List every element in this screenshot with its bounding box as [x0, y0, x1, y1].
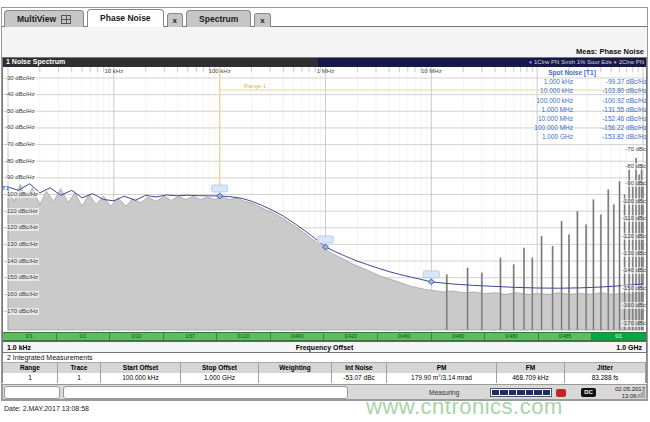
y-left-tick-label: -170 dBc/Hz	[4, 308, 39, 315]
spot-noise-table: Spot Noise [T1] 1.000 kHz-99.37 dBc/Hz10…	[497, 68, 647, 142]
im-header-cell: PM	[387, 363, 497, 373]
x-top-tick-label: 10 MHz	[409, 68, 453, 74]
tab-phase-noise-label: Phase Noise	[100, 11, 151, 26]
im-data-cell: 179.90 m°/3.14 mrad	[387, 373, 497, 383]
im-data-cell: 100.000 kHz	[101, 373, 181, 383]
xcorr-progress-segment: 0/1	[3, 333, 57, 340]
y-right-tick-label: -120 dBc	[621, 233, 647, 240]
xcorr-progress-segment: 0/460	[378, 333, 432, 340]
im-header-cell: Weighting	[259, 363, 332, 373]
spot-noise-frequency: 100.000 kHz	[497, 96, 573, 105]
y-right-tick-label: -100 dBc	[621, 198, 647, 205]
spot-noise-value: -103.80 dBc/Hz	[573, 86, 647, 95]
softkey-box-left[interactable]	[4, 386, 60, 399]
spot-noise-frequency: 1.000 GHz	[497, 132, 573, 141]
spot-noise-frequency: 10.000 MHz	[497, 114, 573, 123]
tab-phase-noise[interactable]: Phase Noise	[87, 9, 164, 27]
y-right-tick-label: -140 dBc	[621, 267, 647, 274]
integrated-measurements-title: 2 Integrated Measurements	[7, 354, 93, 361]
trace1-label: T1	[2, 185, 9, 191]
spot-noise-value: -153.82 dBc/Hz	[573, 132, 647, 141]
y-left-tick-label: -90 dBc/Hz	[4, 174, 36, 181]
multiview-grid-icon	[61, 15, 71, 24]
y-left-tick-label: -30 dBc/Hz	[4, 75, 36, 82]
xcorr-progress-segment: 0/1	[57, 333, 111, 340]
spot-noise-row: 1.000 MHz-131.55 dBc/Hz	[497, 105, 647, 114]
y-left-tick-label: -120 dBc/Hz	[4, 224, 39, 231]
y-right-tick-label: -90 dBc	[624, 180, 647, 187]
y-right-tick-label: -150 dBc	[621, 285, 647, 292]
im-header-cell: Int Noise	[332, 363, 387, 373]
spot-noise-frequency: 1.000 MHz	[497, 105, 573, 114]
spot-noise-row: 100.000 MHz-156.22 dBc/Hz	[497, 123, 647, 132]
close-spectrum-tab-icon[interactable]: x	[254, 13, 270, 27]
y-left-tick-label: -140 dBc/Hz	[4, 258, 39, 265]
tab-spectrum[interactable]: Spectrum	[186, 10, 251, 27]
tab-multiview-label: MultiView	[17, 12, 56, 27]
im-data-cell: -53.07 dBc	[332, 373, 387, 383]
y-right-tick-label: -130 dBc	[621, 250, 647, 257]
x-top-tick-label: 100 kHz	[198, 68, 242, 74]
trace-info-part: 1Clrw PN Smth 1%	[534, 59, 587, 65]
y-left-tick-label: -150 dBc/Hz	[4, 274, 39, 281]
integrated-measurements-window: 2 Integrated Measurements RangeTraceStar…	[2, 352, 647, 383]
tab-spectrum-label: Spectrum	[199, 12, 238, 27]
im-header-cell: Start Offset	[101, 363, 181, 373]
y-right-tick-label: -170 dBc	[621, 320, 647, 327]
spot-noise-value: -156.22 dBc/Hz	[573, 123, 647, 132]
spot-noise-row: 1.000 GHz-153.82 dBc/Hz	[497, 132, 647, 141]
y-right-tick-label: -70 dBc	[624, 146, 647, 153]
trace-info-part: Sour Eds	[587, 59, 613, 65]
im-header-cell: Jitter	[565, 363, 646, 373]
im-data-cell: 83.288 fs	[565, 373, 646, 383]
im-data-cell: 1.000 GHz	[181, 373, 259, 383]
x-axis-footer: 1.0 kHz Frequency Offset 1.0 GHz	[2, 341, 647, 352]
xcorr-progress-segment: 0/480	[432, 333, 486, 340]
y-right-tick-label: -110 dBc	[621, 215, 647, 222]
x-axis-label: Frequency Offset	[2, 344, 647, 351]
x-top-tick-label: 1 MHz	[303, 68, 347, 74]
im-header-cell: FM	[497, 363, 565, 373]
spot-noise-row: 10.000 MHz-152.46 dBc/Hz	[497, 114, 647, 123]
spot-noise-value: -99.37 dBc/Hz	[573, 77, 647, 86]
trace-info-part: 2Clrw PN	[619, 59, 644, 65]
xcorr-progress-segment: 0/10	[110, 333, 164, 340]
im-header-cell: Stop Offset	[181, 363, 259, 373]
trace-info-bar[interactable]: ● 1Clrw PN Smth 1% Sour Eds ● 2Clrw PN	[318, 57, 647, 67]
y-left-tick-label: -110 dBc/Hz	[4, 208, 39, 215]
tab-multiview[interactable]: MultiView	[4, 10, 84, 27]
y-left-tick-label: -100 dBc/Hz	[4, 191, 39, 198]
spot-noise-value: -152.46 dBc/Hz	[573, 114, 647, 123]
meas-mode-label: Meas: Phase Noise	[576, 47, 644, 56]
y-right-tick-label: -80 dBc	[624, 163, 647, 170]
xcorr-progress-segment: 0/1	[592, 333, 646, 340]
instrument-screenshot: MultiView Phase Noise x Spectrum x Signa…	[0, 0, 650, 422]
spot-noise-row: 100.000 kHz-100.92 dBc/Hz	[497, 96, 647, 105]
noise-spectrum-title: 1 Noise Spectrum	[6, 58, 65, 65]
im-header-cell: Range	[3, 363, 58, 373]
im-data-cell: 468.709 kHz	[497, 373, 565, 383]
spot-noise-frequency: 1.000 kHz	[497, 77, 573, 86]
close-phase-noise-tab-icon[interactable]: x	[167, 13, 183, 27]
xcorr-progress-segment: 0/420	[324, 333, 378, 340]
im-data-cell: 1	[3, 373, 58, 383]
x-axis-stop: 1.0 GHz	[616, 344, 642, 351]
softkey-box-main[interactable]	[63, 386, 348, 399]
watermark: www.cntronics.com	[366, 394, 648, 420]
y-left-tick-label: -50 dBc/Hz	[4, 108, 36, 115]
spot-noise-row: 1.000 kHz-99.37 dBc/Hz	[497, 77, 647, 86]
integration-range-label: Range 1	[244, 83, 267, 89]
y-left-tick-label: -70 dBc/Hz	[4, 141, 36, 148]
integrated-measurements-data-row[interactable]: 11100.000 kHz1.000 GHz-53.07 dBc179.90 m…	[3, 373, 646, 383]
caption-date: Date: 2.MAY.2017 13:08:58	[4, 405, 89, 412]
spot-noise-title: Spot Noise [T1]	[497, 68, 647, 77]
xcorr-progress-segment: 1/37	[164, 333, 218, 340]
tab-bar: MultiView Phase Noise x Spectrum x	[4, 9, 271, 27]
y-left-tick-label: -130 dBc/Hz	[4, 241, 39, 248]
xcorr-progress-bar: 0/10/10/101/370/1200/4600/4200/4600/4800…	[2, 332, 647, 341]
y-left-tick-label: -60 dBc/Hz	[4, 124, 36, 131]
y-right-tick-label: -160 dBc	[621, 302, 647, 309]
spot-noise-frequency: 10.000 kHz	[497, 86, 573, 95]
xcorr-progress-segment: 0/120	[217, 333, 271, 340]
xcorr-progress-segment: 0/485	[539, 333, 593, 340]
